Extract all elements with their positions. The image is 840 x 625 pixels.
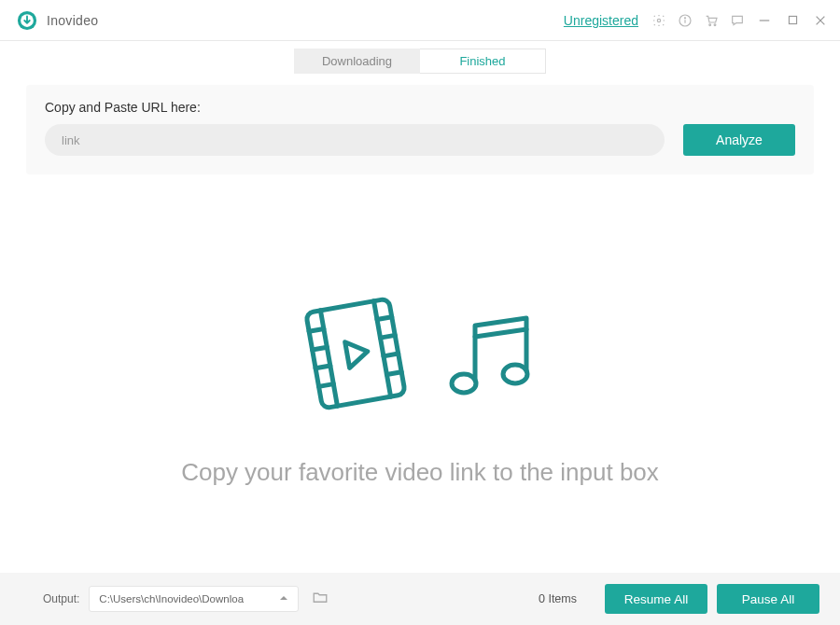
bottom-bar: Output: C:\Users\ch\Inovideo\Downloa 0 I… bbox=[0, 573, 840, 625]
svg-line-17 bbox=[315, 366, 330, 368]
svg-point-5 bbox=[684, 17, 685, 18]
tabs-row: Downloading Finished bbox=[0, 41, 840, 79]
minimize-button[interactable] bbox=[756, 13, 773, 28]
svg-line-15 bbox=[309, 329, 324, 332]
music-note-icon bbox=[433, 298, 545, 413]
maximize-button[interactable] bbox=[784, 13, 801, 28]
pause-all-button[interactable]: Pause All bbox=[717, 584, 819, 614]
chevron-up-icon bbox=[279, 593, 288, 604]
tab-downloading[interactable]: Downloading bbox=[294, 49, 420, 74]
film-reel-icon bbox=[295, 288, 416, 423]
empty-state-text: Copy your favorite video link to the inp… bbox=[181, 458, 659, 487]
svg-point-25 bbox=[503, 365, 527, 383]
app-logo-icon bbox=[17, 10, 37, 31]
svg-line-16 bbox=[313, 347, 328, 350]
tab-finished[interactable]: Finished bbox=[420, 49, 546, 74]
svg-line-21 bbox=[384, 354, 399, 356]
svg-point-24 bbox=[452, 374, 476, 393]
svg-point-2 bbox=[657, 19, 660, 21]
info-icon[interactable] bbox=[678, 13, 693, 28]
unregistered-link[interactable]: Unregistered bbox=[564, 13, 638, 28]
svg-line-23 bbox=[475, 329, 526, 337]
url-input[interactable] bbox=[45, 124, 665, 156]
analyze-button[interactable]: Analyze bbox=[683, 124, 795, 156]
svg-line-22 bbox=[386, 372, 401, 375]
url-panel: Copy and Paste URL here: Analyze bbox=[26, 85, 814, 174]
svg-point-7 bbox=[714, 23, 716, 25]
output-label: Output: bbox=[43, 592, 79, 605]
open-folder-icon[interactable] bbox=[312, 589, 329, 609]
url-label: Copy and Paste URL here: bbox=[45, 100, 795, 115]
svg-line-20 bbox=[380, 335, 395, 338]
svg-line-18 bbox=[319, 384, 334, 387]
chat-icon[interactable] bbox=[730, 13, 745, 28]
svg-rect-9 bbox=[789, 16, 796, 23]
resume-all-button[interactable]: Resume All bbox=[605, 584, 707, 614]
title-bar: Inovideo Unregistered bbox=[0, 0, 840, 41]
output-path-text: C:\Users\ch\Inovideo\Downloa bbox=[99, 593, 244, 604]
svg-line-13 bbox=[320, 311, 337, 406]
items-count: 0 Items bbox=[539, 592, 577, 605]
svg-point-6 bbox=[709, 23, 711, 25]
empty-state: Copy your favorite video link to the inp… bbox=[0, 174, 840, 573]
cart-icon[interactable] bbox=[704, 13, 719, 28]
close-button[interactable] bbox=[812, 13, 829, 28]
output-path-dropdown[interactable]: C:\Users\ch\Inovideo\Downloa bbox=[89, 586, 299, 612]
svg-line-19 bbox=[377, 317, 392, 320]
illustration bbox=[295, 288, 545, 423]
settings-gear-icon[interactable] bbox=[651, 13, 666, 28]
app-title: Inovideo bbox=[47, 13, 98, 28]
